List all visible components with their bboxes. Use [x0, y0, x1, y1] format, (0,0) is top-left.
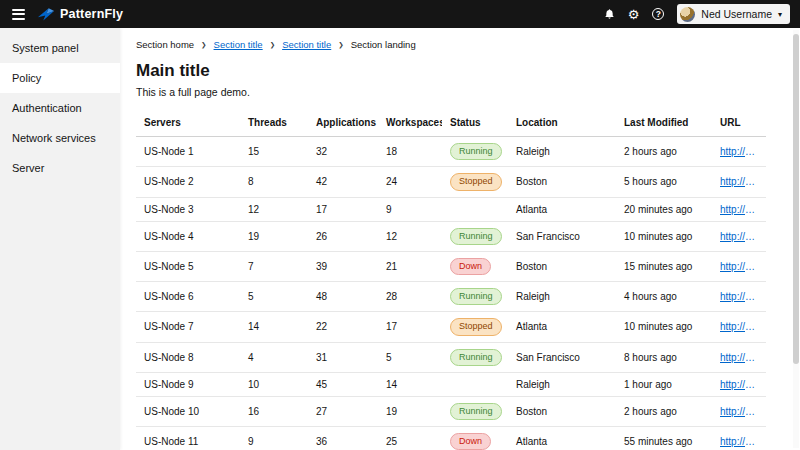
- cell: Boston: [508, 251, 616, 281]
- cell: 10: [240, 372, 308, 396]
- cell: 16: [240, 396, 308, 426]
- column-header-last-modified: Last Modified: [616, 109, 712, 137]
- sidebar-item-server[interactable]: Server: [0, 153, 120, 183]
- column-header-workspaces: Workspaces: [378, 109, 442, 137]
- url-link[interactable]: http://www.redhat...: [720, 176, 758, 187]
- status-cell: Running: [442, 221, 508, 251]
- cell: 12: [240, 197, 308, 221]
- cell: 10 minutes ago: [616, 221, 712, 251]
- patternfly-logo-icon: [37, 7, 55, 22]
- breadcrumb-separator-icon: ❯: [201, 41, 206, 49]
- cell: San Francisco: [508, 221, 616, 251]
- url-link[interactable]: http://www.redhat...: [720, 204, 758, 215]
- settings-gear-icon[interactable]: ⚙: [628, 8, 640, 21]
- url-cell: http://www.redhat...: [712, 372, 766, 396]
- cell: 48: [308, 282, 378, 312]
- vertical-scrollbar[interactable]: [793, 30, 799, 448]
- breadcrumb-item: Section home: [136, 39, 194, 50]
- breadcrumb-item: Section landing: [351, 39, 416, 50]
- cell: US-Node 2: [136, 167, 240, 197]
- cell: Raleigh: [508, 372, 616, 396]
- cell: 5: [378, 342, 442, 372]
- url-link[interactable]: http://www.redhat...: [720, 321, 758, 332]
- cell: 31: [308, 342, 378, 372]
- cell: 55 minutes ago: [616, 427, 712, 450]
- cell: 8 hours ago: [616, 342, 712, 372]
- notifications-bell-icon[interactable]: [604, 8, 615, 20]
- cell: US-Node 3: [136, 197, 240, 221]
- table-row: US-Node 573921DownBoston15 minutes agoht…: [136, 251, 766, 281]
- cell: 8: [240, 167, 308, 197]
- column-header-url: URL: [712, 109, 766, 137]
- url-cell: http://www.redhat...: [712, 427, 766, 450]
- column-header-status: Status: [442, 109, 508, 137]
- cell: 4 hours ago: [616, 282, 712, 312]
- cell: 15: [240, 137, 308, 167]
- url-cell: http://www.redhat...: [712, 312, 766, 342]
- url-link[interactable]: http://www.redhat...: [720, 231, 758, 242]
- url-cell: http://www.redhat...: [712, 282, 766, 312]
- cell: Raleigh: [508, 282, 616, 312]
- cell: 45: [308, 372, 378, 396]
- nav-toggle-button[interactable]: [10, 4, 27, 24]
- cell: Boston: [508, 396, 616, 426]
- cell: 27: [308, 396, 378, 426]
- status-cell: Running: [442, 282, 508, 312]
- cell: 28: [378, 282, 442, 312]
- cell: US-Node 9: [136, 372, 240, 396]
- url-link[interactable]: http://www.redhat...: [720, 406, 758, 417]
- sidebar-item-network-services[interactable]: Network services: [0, 123, 120, 153]
- status-badge: Stopped: [450, 173, 502, 190]
- cell: Atlanta: [508, 427, 616, 450]
- url-link[interactable]: http://www.redhat...: [720, 291, 758, 302]
- status-badge: Down: [450, 258, 491, 275]
- cell: 1 hour ago: [616, 372, 712, 396]
- status-badge: Running: [450, 288, 502, 305]
- status-badge: Running: [450, 143, 502, 160]
- url-cell: http://www.redhat...: [712, 197, 766, 221]
- masthead-toolbar: ⚙ ? Ned Username ▾: [604, 4, 790, 24]
- url-link[interactable]: http://www.redhat...: [720, 146, 758, 157]
- url-link[interactable]: http://www.redhat...: [720, 436, 758, 447]
- table-header-row: ServersThreadsApplicationsWorkspacesStat…: [136, 109, 766, 137]
- cell: 2 hours ago: [616, 396, 712, 426]
- help-icon[interactable]: ?: [652, 8, 664, 20]
- breadcrumb-item[interactable]: Section title: [282, 39, 331, 50]
- user-menu-dropdown[interactable]: Ned Username ▾: [677, 4, 790, 24]
- breadcrumb: Section home❯Section title❯Section title…: [120, 28, 800, 59]
- scrollbar-thumb[interactable]: [793, 34, 799, 364]
- breadcrumb-item[interactable]: Section title: [214, 39, 263, 50]
- cell: US-Node 7: [136, 312, 240, 342]
- cell: 14: [378, 372, 442, 396]
- status-cell: [442, 372, 508, 396]
- cell: 18: [378, 137, 442, 167]
- brand: PatternFly: [37, 7, 123, 22]
- cell: 19: [240, 221, 308, 251]
- url-cell: http://www.redhat...: [712, 396, 766, 426]
- main-content: Section home❯Section title❯Section title…: [120, 28, 800, 450]
- page-subtitle: This is a full page demo.: [136, 86, 784, 98]
- table-row: US-Node 7142217StoppedAtlanta10 minutes …: [136, 312, 766, 342]
- table-row: US-Node 4192612RunningSan Francisco10 mi…: [136, 221, 766, 251]
- cell: 5 hours ago: [616, 167, 712, 197]
- cell: 42: [308, 167, 378, 197]
- cell: 7: [240, 251, 308, 281]
- sidebar-item-policy[interactable]: Policy: [0, 63, 120, 93]
- status-cell: Running: [442, 396, 508, 426]
- table-row: US-Node 284224StoppedBoston5 hours agoht…: [136, 167, 766, 197]
- url-link[interactable]: http://www.redhat...: [720, 352, 758, 363]
- sidebar-item-system-panel[interactable]: System panel: [0, 33, 120, 63]
- cell: 15 minutes ago: [616, 251, 712, 281]
- url-cell: http://www.redhat...: [712, 251, 766, 281]
- url-link[interactable]: http://www.redhat...: [720, 379, 758, 390]
- cell: Raleigh: [508, 137, 616, 167]
- sidebar-item-authentication[interactable]: Authentication: [0, 93, 120, 123]
- url-link[interactable]: http://www.redhat...: [720, 261, 758, 272]
- status-badge: Stopped: [450, 318, 502, 335]
- url-cell: http://www.redhat...: [712, 137, 766, 167]
- url-cell: http://www.redhat...: [712, 342, 766, 372]
- cell: 12: [378, 221, 442, 251]
- cell: 9: [378, 197, 442, 221]
- breadcrumb-separator-icon: ❯: [270, 41, 275, 49]
- cell: US-Node 8: [136, 342, 240, 372]
